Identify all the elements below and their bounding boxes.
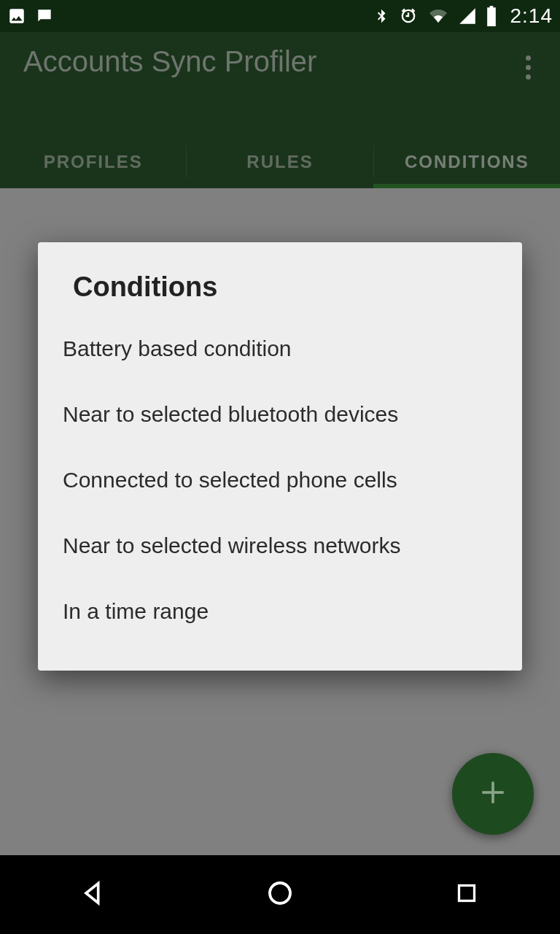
dialog-item-time[interactable]: In a time range	[38, 579, 522, 644]
battery-icon	[486, 6, 497, 26]
add-fab[interactable]	[452, 753, 534, 835]
svg-point-5	[270, 883, 290, 903]
home-button[interactable]	[236, 873, 324, 916]
system-nav-bar	[0, 855, 560, 934]
dialog-item-cells[interactable]: Connected to selected phone cells	[38, 447, 522, 513]
recents-icon	[454, 880, 480, 909]
conditions-dialog: Conditions Battery based condition Near …	[38, 242, 522, 671]
recents-button[interactable]	[423, 873, 510, 916]
dialog-item-wifi[interactable]: Near to selected wireless networks	[38, 513, 522, 579]
cell-signal-icon	[458, 7, 477, 26]
dialog-item-bluetooth[interactable]: Near to selected bluetooth devices	[38, 382, 522, 447]
back-icon	[79, 879, 108, 911]
back-button[interactable]	[50, 873, 137, 916]
home-icon	[265, 878, 295, 911]
scrim[interactable]	[0, 32, 560, 188]
plus-icon	[477, 776, 509, 811]
bluetooth-icon	[373, 6, 389, 26]
dialog-item-label: Battery based condition	[63, 336, 292, 360]
dialog-item-battery[interactable]: Battery based condition	[38, 316, 522, 382]
svg-point-2	[47, 13, 49, 15]
svg-point-0	[40, 13, 42, 15]
status-bar: 2:14	[0, 0, 560, 32]
bbm-icon	[35, 7, 54, 26]
picture-icon	[7, 7, 26, 26]
dialog-item-label: Connected to selected phone cells	[63, 468, 397, 492]
svg-point-1	[44, 13, 46, 15]
status-clock: 2:14	[510, 4, 553, 28]
dialog-item-label: Near to selected bluetooth devices	[63, 402, 398, 426]
dialog-item-label: In a time range	[63, 599, 209, 623]
dialog-item-label: Near to selected wireless networks	[63, 533, 401, 557]
dialog-title: Conditions	[38, 271, 522, 316]
app-bar: Accounts Sync Profiler PROFILES RULES CO…	[0, 32, 560, 188]
alarm-icon	[398, 6, 419, 26]
svg-rect-6	[459, 886, 475, 901]
wifi-icon	[427, 7, 449, 25]
